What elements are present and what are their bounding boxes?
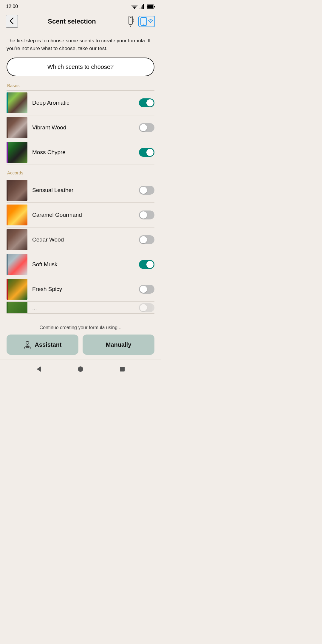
scent-thumb-moss-chypre — [7, 142, 27, 163]
bases-label: Bases — [7, 83, 154, 88]
manually-label: Manually — [106, 341, 131, 348]
assistant-icon — [23, 340, 32, 349]
scent-thumb-sensual-leather — [7, 180, 27, 201]
scent-row-moss-chypre: Moss Chypre — [7, 140, 154, 165]
scent-row-vibrant-wood: Vibrant Wood — [7, 115, 154, 140]
scent-row-partial: ... — [7, 302, 154, 314]
scent-name-vibrant-wood: Vibrant Wood — [32, 124, 134, 131]
svg-rect-3 — [140, 8, 140, 9]
toggle-deep-aromatic[interactable] — [139, 98, 154, 107]
scent-name-partial: ... — [32, 304, 134, 311]
tablet-icon[interactable] — [138, 16, 155, 27]
main-content: The first step is to choose some scents … — [0, 31, 161, 322]
scent-name-cedar-wood: Cedar Wood — [32, 236, 134, 243]
scent-name-soft-musk: Soft Musk — [32, 261, 134, 268]
toggle-vibrant-wood[interactable] — [139, 123, 154, 132]
device-icon[interactable] — [126, 16, 135, 27]
toggle-cedar-wood[interactable] — [139, 235, 154, 244]
svg-rect-6 — [143, 4, 144, 9]
status-bar: 12:00 — [0, 0, 161, 12]
nav-back-icon — [35, 366, 42, 372]
page-title: Scent selection — [48, 18, 96, 25]
nav-recent-icon — [119, 366, 126, 372]
toggle-soft-musk[interactable] — [139, 260, 154, 269]
status-icons — [131, 4, 155, 9]
bottom-bar: Continue creating your formula using... … — [0, 322, 161, 360]
toggle-caramel-gourmand[interactable] — [139, 210, 154, 219]
toggle-partial[interactable] — [139, 303, 154, 312]
scent-thumb-soft-musk — [7, 254, 27, 275]
svg-point-16 — [26, 341, 29, 344]
accords-section: Accords Sensual Leather Caramel Gourmand — [7, 170, 154, 314]
scent-name-deep-aromatic: Deep Aromatic — [32, 100, 134, 106]
svg-point-14 — [143, 24, 144, 24]
scent-row-soft-musk: Soft Musk — [7, 252, 154, 277]
svg-marker-18 — [37, 366, 41, 372]
scent-row-deep-aromatic: Deep Aromatic — [7, 91, 154, 115]
manually-button[interactable]: Manually — [83, 335, 154, 355]
signal-icon — [140, 4, 145, 9]
back-button[interactable] — [6, 15, 18, 28]
scent-row-fresh-spicy: Fresh Spicy — [7, 277, 154, 302]
color-bar — [7, 279, 8, 300]
action-buttons: Assistant Manually — [7, 335, 154, 355]
scent-name-fresh-spicy: Fresh Spicy — [32, 286, 134, 292]
color-bar — [7, 302, 8, 314]
nav-bar — [0, 360, 161, 379]
nav-recent-button[interactable] — [117, 363, 128, 376]
svg-rect-20 — [120, 367, 125, 371]
toggle-fresh-spicy[interactable] — [139, 285, 154, 294]
scent-name-caramel-gourmand: Caramel Gourmand — [32, 212, 134, 218]
scent-name-moss-chypre: Moss Chypre — [32, 149, 134, 156]
color-bar — [7, 117, 8, 138]
nav-home-button[interactable] — [75, 363, 86, 376]
which-scents-button[interactable]: Which scents to choose? — [7, 58, 154, 76]
svg-rect-11 — [130, 17, 131, 18]
scent-thumb-partial — [7, 302, 27, 314]
svg-rect-5 — [142, 5, 143, 9]
svg-point-19 — [78, 366, 83, 372]
scent-thumb-deep-aromatic — [7, 92, 27, 113]
scent-thumb-vibrant-wood — [7, 117, 27, 138]
svg-rect-4 — [141, 7, 142, 9]
nav-home-icon — [77, 366, 84, 372]
color-bar — [7, 180, 8, 201]
color-bar — [7, 92, 8, 113]
bases-section: Bases Deep Aromatic Vibrant Wood — [7, 83, 154, 165]
continue-text: Continue creating your formula using... — [7, 325, 154, 330]
wifi-icon — [131, 4, 138, 9]
color-bar — [7, 229, 8, 250]
color-bar — [7, 142, 8, 163]
accords-label: Accords — [7, 170, 154, 175]
svg-rect-8 — [154, 6, 155, 7]
nav-back-button[interactable] — [33, 363, 44, 376]
intro-text: The first step is to choose some scents … — [7, 37, 154, 52]
header-icons — [126, 16, 155, 27]
assistant-button[interactable]: Assistant — [7, 335, 78, 355]
scent-name-sensual-leather: Sensual Leather — [32, 187, 134, 193]
battery-icon — [147, 4, 155, 9]
color-bar — [7, 205, 8, 225]
toggle-moss-chypre[interactable] — [139, 148, 154, 157]
bases-list: Deep Aromatic Vibrant Wood Moss Chypre — [7, 90, 154, 165]
svg-rect-13 — [142, 18, 146, 23]
scent-thumb-fresh-spicy — [7, 279, 27, 300]
assistant-label: Assistant — [35, 341, 61, 348]
toggle-sensual-leather[interactable] — [139, 186, 154, 195]
app-bar: Scent selection — [0, 12, 161, 31]
scent-row-cedar-wood: Cedar Wood — [7, 227, 154, 252]
status-time: 12:00 — [6, 4, 18, 9]
scent-thumb-cedar-wood — [7, 229, 27, 250]
accords-list: Sensual Leather Caramel Gourmand Cedar W… — [7, 178, 154, 314]
scent-row-caramel-gourmand: Caramel Gourmand — [7, 203, 154, 227]
color-bar — [7, 254, 8, 275]
svg-point-15 — [150, 22, 151, 23]
scent-row-sensual-leather: Sensual Leather — [7, 178, 154, 203]
scent-thumb-caramel-gourmand — [7, 205, 27, 225]
svg-rect-9 — [147, 5, 153, 8]
